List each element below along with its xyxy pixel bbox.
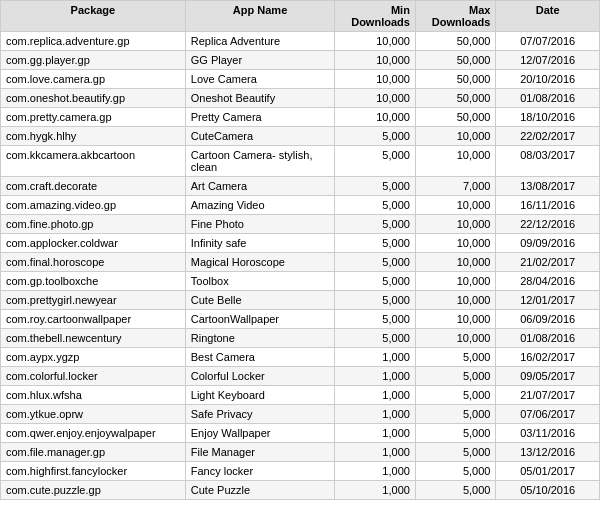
cell-name: Cute Puzzle bbox=[185, 481, 335, 500]
cell-min: 10,000 bbox=[335, 108, 416, 127]
table-row: com.colorful.lockerColorful Locker1,0005… bbox=[1, 367, 600, 386]
cell-max: 5,000 bbox=[415, 424, 496, 443]
cell-name: Love Camera bbox=[185, 70, 335, 89]
cell-name: Toolbox bbox=[185, 272, 335, 291]
cell-date: 20/10/2016 bbox=[496, 70, 600, 89]
cell-name: File Manager bbox=[185, 443, 335, 462]
cell-date: 07/06/2017 bbox=[496, 405, 600, 424]
cell-package: com.replica.adventure.gp bbox=[1, 32, 186, 51]
table-header-row: Package App Name Min Downloads Max Downl… bbox=[1, 1, 600, 32]
cell-max: 5,000 bbox=[415, 405, 496, 424]
cell-name: Oneshot Beautify bbox=[185, 89, 335, 108]
cell-date: 21/02/2017 bbox=[496, 253, 600, 272]
cell-min: 5,000 bbox=[335, 196, 416, 215]
cell-date: 28/04/2016 bbox=[496, 272, 600, 291]
cell-package: com.highfirst.fancylocker bbox=[1, 462, 186, 481]
cell-date: 13/08/2017 bbox=[496, 177, 600, 196]
cell-max: 10,000 bbox=[415, 196, 496, 215]
cell-name: Pretty Camera bbox=[185, 108, 335, 127]
header-name: App Name bbox=[185, 1, 335, 32]
cell-date: 06/09/2016 bbox=[496, 310, 600, 329]
table-row: com.ytkue.oprwSafe Privacy1,0005,00007/0… bbox=[1, 405, 600, 424]
cell-date: 13/12/2016 bbox=[496, 443, 600, 462]
cell-package: com.hlux.wfsha bbox=[1, 386, 186, 405]
cell-package: com.fine.photo.gp bbox=[1, 215, 186, 234]
table-row: com.aypx.ygzpBest Camera1,0005,00016/02/… bbox=[1, 348, 600, 367]
cell-name: Replica Adventure bbox=[185, 32, 335, 51]
table-row: com.replica.adventure.gpReplica Adventur… bbox=[1, 32, 600, 51]
cell-min: 1,000 bbox=[335, 424, 416, 443]
cell-package: com.cute.puzzle.gp bbox=[1, 481, 186, 500]
table-row: com.hygk.hlhyCuteCamera5,00010,00022/02/… bbox=[1, 127, 600, 146]
cell-min: 10,000 bbox=[335, 51, 416, 70]
cell-package: com.roy.cartoonwallpaper bbox=[1, 310, 186, 329]
table-row: com.kkcamera.akbcartoonCartoon Camera- s… bbox=[1, 146, 600, 177]
cell-min: 1,000 bbox=[335, 443, 416, 462]
cell-name: Cute Belle bbox=[185, 291, 335, 310]
cell-max: 10,000 bbox=[415, 329, 496, 348]
cell-package: com.craft.decorate bbox=[1, 177, 186, 196]
cell-date: 12/07/2016 bbox=[496, 51, 600, 70]
cell-max: 5,000 bbox=[415, 443, 496, 462]
cell-min: 10,000 bbox=[335, 32, 416, 51]
cell-max: 10,000 bbox=[415, 215, 496, 234]
cell-min: 1,000 bbox=[335, 481, 416, 500]
table-row: com.final.horoscopeMagical Horoscope5,00… bbox=[1, 253, 600, 272]
cell-min: 5,000 bbox=[335, 177, 416, 196]
cell-max: 50,000 bbox=[415, 70, 496, 89]
cell-min: 5,000 bbox=[335, 215, 416, 234]
table-row: com.oneshot.beautify.gpOneshot Beautify1… bbox=[1, 89, 600, 108]
table-row: com.applocker.coldwarInfinity safe5,0001… bbox=[1, 234, 600, 253]
cell-name: GG Player bbox=[185, 51, 335, 70]
cell-date: 09/09/2016 bbox=[496, 234, 600, 253]
cell-max: 50,000 bbox=[415, 51, 496, 70]
table-row: com.pretty.camera.gpPretty Camera10,0005… bbox=[1, 108, 600, 127]
cell-package: com.love.camera.gp bbox=[1, 70, 186, 89]
table-row: com.prettygirl.newyearCute Belle5,00010,… bbox=[1, 291, 600, 310]
cell-max: 10,000 bbox=[415, 127, 496, 146]
cell-package: com.amazing.video.gp bbox=[1, 196, 186, 215]
cell-min: 1,000 bbox=[335, 462, 416, 481]
cell-name: Colorful Locker bbox=[185, 367, 335, 386]
table-row: com.gg.player.gpGG Player10,00050,00012/… bbox=[1, 51, 600, 70]
cell-max: 50,000 bbox=[415, 32, 496, 51]
table-row: com.craft.decorateArt Camera5,0007,00013… bbox=[1, 177, 600, 196]
cell-package: com.colorful.locker bbox=[1, 367, 186, 386]
cell-package: com.qwer.enjoy.enjoywalpaper bbox=[1, 424, 186, 443]
cell-name: Ringtone bbox=[185, 329, 335, 348]
cell-max: 10,000 bbox=[415, 291, 496, 310]
cell-max: 7,000 bbox=[415, 177, 496, 196]
cell-package: com.applocker.coldwar bbox=[1, 234, 186, 253]
cell-package: com.pretty.camera.gp bbox=[1, 108, 186, 127]
table-row: com.hlux.wfshaLight Keyboard1,0005,00021… bbox=[1, 386, 600, 405]
cell-max: 10,000 bbox=[415, 253, 496, 272]
cell-name: Magical Horoscope bbox=[185, 253, 335, 272]
cell-min: 5,000 bbox=[335, 329, 416, 348]
cell-date: 16/11/2016 bbox=[496, 196, 600, 215]
cell-package: com.aypx.ygzp bbox=[1, 348, 186, 367]
cell-date: 22/02/2017 bbox=[496, 127, 600, 146]
header-max: Max Downloads bbox=[415, 1, 496, 32]
table-row: com.cute.puzzle.gpCute Puzzle1,0005,0000… bbox=[1, 481, 600, 500]
cell-max: 10,000 bbox=[415, 234, 496, 253]
cell-package: com.oneshot.beautify.gp bbox=[1, 89, 186, 108]
table-row: com.gp.toolboxcheToolbox5,00010,00028/04… bbox=[1, 272, 600, 291]
cell-date: 09/05/2017 bbox=[496, 367, 600, 386]
table-row: com.fine.photo.gpFine Photo5,00010,00022… bbox=[1, 215, 600, 234]
cell-max: 5,000 bbox=[415, 367, 496, 386]
cell-name: Fancy locker bbox=[185, 462, 335, 481]
cell-min: 5,000 bbox=[335, 234, 416, 253]
cell-max: 5,000 bbox=[415, 481, 496, 500]
cell-min: 5,000 bbox=[335, 310, 416, 329]
cell-date: 16/02/2017 bbox=[496, 348, 600, 367]
table-body: com.replica.adventure.gpReplica Adventur… bbox=[1, 32, 600, 500]
cell-date: 18/10/2016 bbox=[496, 108, 600, 127]
cell-min: 5,000 bbox=[335, 291, 416, 310]
table-row: com.highfirst.fancylockerFancy locker1,0… bbox=[1, 462, 600, 481]
cell-name: Safe Privacy bbox=[185, 405, 335, 424]
cell-max: 50,000 bbox=[415, 89, 496, 108]
cell-package: com.thebell.newcentury bbox=[1, 329, 186, 348]
header-package: Package bbox=[1, 1, 186, 32]
cell-min: 5,000 bbox=[335, 146, 416, 177]
table-row: com.roy.cartoonwallpaperCartoonWallpaper… bbox=[1, 310, 600, 329]
